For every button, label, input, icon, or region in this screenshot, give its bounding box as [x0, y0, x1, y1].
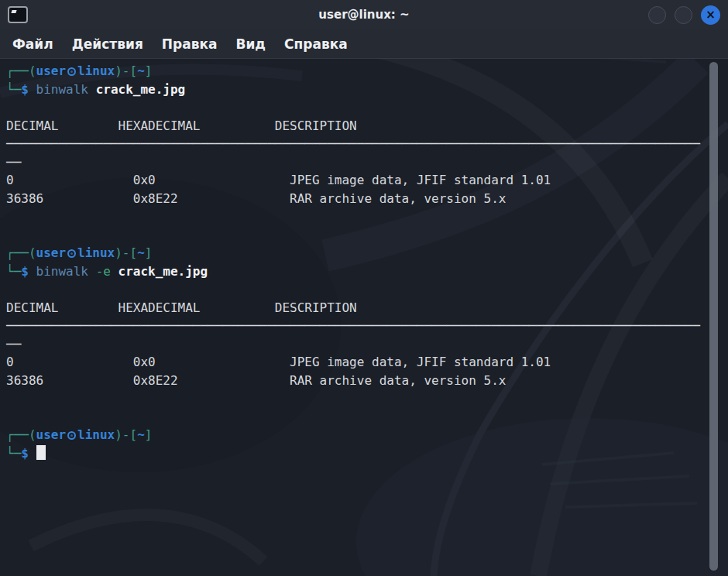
prompt-line: ┌──(userlinux)-[~] [6, 244, 722, 262]
table-separator: ────────────────────────────────────────… [6, 135, 722, 153]
close-button[interactable]: × [701, 5, 720, 25]
term-segment: DECIMAL HEXADECIMAL DESCRIPTION [6, 118, 357, 133]
term-segment: ] [145, 63, 153, 78]
term-segment: └─ [6, 82, 21, 97]
kali-at-icon [67, 249, 76, 258]
term-segment: linux [77, 427, 115, 442]
term-segment: ────────────────────────────────────────… [6, 136, 700, 151]
terminal-cursor [36, 445, 46, 460]
term-segment: ┌──( [6, 63, 36, 78]
term-segment: linux [77, 63, 115, 78]
command-line: └─$ binwalk -e crack_me.jpg [6, 262, 722, 281]
command-line: └─$ binwalk crack_me.jpg [6, 81, 722, 99]
command-argument: crack_me.jpg [118, 264, 208, 279]
blank-line [6, 98, 722, 117]
term-segment: ~ [137, 245, 145, 260]
table-row: 0 0x0 JPEG image data, JFIF standard 1.0… [6, 171, 722, 190]
term-segment: linux [77, 245, 115, 260]
blank-line [6, 226, 722, 245]
kali-at-icon [67, 67, 76, 76]
term-segment: $ [21, 82, 29, 97]
term-segment: └─ [6, 264, 21, 279]
menu-item-view[interactable]: Вид [226, 32, 275, 57]
command-binwalk: binwalk [36, 264, 88, 279]
menu-item-help[interactable]: Справка [275, 32, 357, 57]
term-segment: ~ [137, 427, 145, 442]
kali-at-icon [67, 431, 76, 440]
table-row: 36386 0x8E22 RAR archive data, version 5… [6, 190, 722, 208]
term-segment [29, 82, 36, 97]
table-header: DECIMAL HEXADECIMAL DESCRIPTION [6, 117, 722, 135]
term-segment: )-[ [115, 427, 137, 442]
command-option: -e [96, 264, 111, 279]
menu-item-actions[interactable]: Действия [63, 32, 153, 57]
terminal-icon [8, 6, 28, 23]
blank-line [6, 207, 722, 226]
term-segment: )-[ [115, 245, 137, 260]
term-segment: 36386 0x8E22 RAR archive data, version 5… [6, 191, 506, 206]
term-segment [29, 446, 36, 461]
term-segment: user [36, 427, 67, 442]
blank-line [6, 280, 722, 299]
table-row: 36386 0x8E22 RAR archive data, version 5… [6, 372, 722, 390]
window-title: user@linux: ~ [318, 8, 409, 22]
term-segment: ── [6, 337, 21, 351]
table-header: DECIMAL HEXADECIMAL DESCRIPTION [6, 299, 722, 317]
term-segment [111, 264, 118, 279]
term-segment: DECIMAL HEXADECIMAL DESCRIPTION [6, 300, 357, 315]
term-segment [88, 82, 96, 97]
term-segment: ────────────────────────────────────────… [6, 318, 700, 333]
prompt-line: ┌──(userlinux)-[~] [6, 62, 722, 81]
term-segment: └─ [6, 446, 21, 461]
term-segment: user [36, 245, 67, 260]
term-segment: ┌──( [6, 245, 36, 260]
term-segment: ┌──( [6, 427, 36, 442]
term-segment: ── [6, 155, 21, 170]
term-segment: ] [145, 427, 153, 442]
term-segment: 0 0x0 JPEG image data, JFIF standard 1.0… [6, 355, 551, 369]
term-segment: $ [21, 264, 29, 279]
term-segment [88, 264, 96, 279]
blank-line [6, 408, 722, 427]
term-segment: ~ [137, 63, 145, 78]
menu-bar: ФайлДействияПравкаВидСправка [0, 29, 728, 59]
menu-item-edit[interactable]: Правка [153, 32, 227, 57]
term-segment [29, 264, 36, 279]
scrollbar-thumb[interactable] [709, 62, 718, 571]
title-bar[interactable]: user@linux: ~ × [0, 0, 728, 29]
prompt-line: ┌──(userlinux)-[~] [6, 426, 722, 444]
prompt-input-line: └─$ [6, 444, 722, 463]
term-segment: ] [145, 245, 153, 260]
table-separator-wrap: ── [6, 153, 722, 172]
menu-item-file[interactable]: Файл [3, 32, 63, 57]
minimize-button[interactable] [648, 6, 666, 24]
command-argument: crack_me.jpg [96, 82, 186, 97]
term-segment: $ [21, 446, 29, 461]
maximize-button[interactable] [675, 6, 692, 24]
table-row: 0 0x0 JPEG image data, JFIF standard 1.0… [6, 353, 722, 372]
term-segment: 0 0x0 JPEG image data, JFIF standard 1.0… [6, 173, 551, 187]
term-segment: 36386 0x8E22 RAR archive data, version 5… [6, 373, 506, 388]
blank-line [6, 389, 722, 408]
term-segment: user [36, 63, 67, 78]
table-separator-wrap: ── [6, 335, 722, 354]
window-controls: × [648, 5, 720, 25]
table-separator: ────────────────────────────────────────… [6, 317, 722, 335]
term-segment: )-[ [115, 63, 137, 78]
command-binwalk: binwalk [36, 82, 88, 97]
terminal-output[interactable]: ┌──(userlinux)-[~]└─$ binwalk crack_me.j… [0, 60, 728, 576]
